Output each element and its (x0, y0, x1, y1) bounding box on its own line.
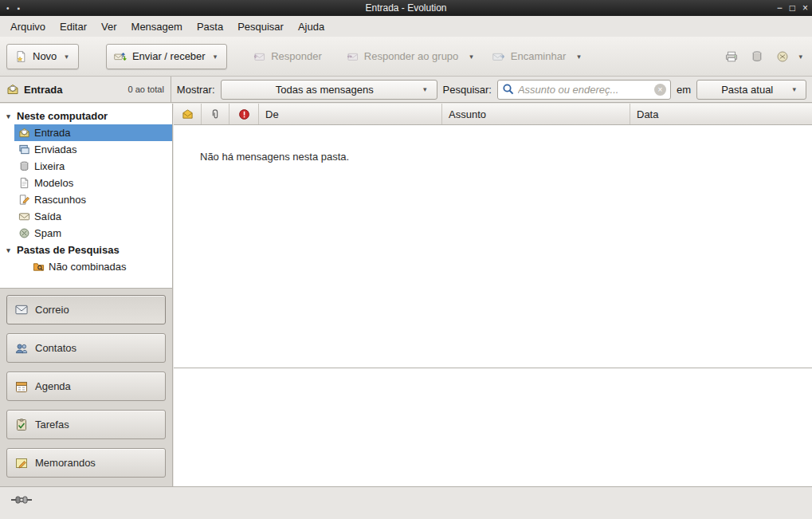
expander-icon[interactable]: ▾ (4, 112, 13, 120)
toolbar-overflow-icon[interactable]: ▾ (795, 47, 806, 66)
show-filter-dropdown-icon: ▾ (421, 85, 430, 93)
search-scope-dropdown[interactable]: Pasta atual ▾ (696, 80, 806, 100)
window-title: Entrada - Evolution (0, 0, 812, 16)
folder-spam-label: Spam (34, 227, 61, 239)
junk-button[interactable] (770, 45, 795, 68)
folder-enviadas-label: Enviadas (34, 144, 76, 155)
tree-group-computer[interactable]: ▾ Neste computador (0, 108, 172, 124)
menu-arquivo[interactable]: Arquivo (3, 18, 53, 36)
print-button[interactable] (719, 45, 744, 68)
reply-group-label: Responder ao grupo (364, 50, 459, 62)
folder-rascunhos[interactable]: Rascunhos (14, 191, 172, 208)
column-de[interactable]: De (259, 104, 442, 124)
send-receive-dropdown-icon[interactable]: ▾ (211, 53, 220, 61)
current-folder-name: Entrada (24, 84, 62, 96)
trash-icon (751, 50, 763, 63)
column-data[interactable]: Data (630, 104, 812, 124)
folder-lixeira-label: Lixeira (34, 160, 65, 172)
search-box: × (497, 80, 671, 100)
menu-ver[interactable]: Ver (94, 18, 124, 36)
reply-button-label: Responder (271, 50, 322, 62)
message-list[interactable]: Não há mensagens nesta pasta. (174, 125, 812, 368)
column-data-label: Data (637, 108, 658, 120)
calendar-icon (15, 380, 28, 393)
minimize-icon[interactable]: − (777, 0, 783, 16)
online-status-icon[interactable] (10, 494, 33, 508)
switcher-memorandos-label: Memorandos (35, 457, 96, 469)
menu-mensagem[interactable]: Mensagem (124, 18, 190, 36)
component-switcher: Correio Contatos Agenda Tarefas Memorand… (0, 288, 172, 486)
search-input[interactable] (518, 84, 651, 96)
column-assunto[interactable]: Assunto (442, 104, 630, 124)
new-mail-icon (14, 50, 27, 63)
tasks-icon (15, 419, 28, 431)
folder-tree: ▾ Neste computador Entrada Enviadas Lixe… (0, 104, 172, 288)
delete-button[interactable] (744, 45, 770, 68)
switcher-agenda-label: Agenda (35, 380, 71, 392)
column-assunto-label: Assunto (449, 108, 486, 120)
search-scope-value: Pasta atual (704, 84, 790, 96)
reply-group-dropdown-icon[interactable]: ▾ (466, 47, 477, 66)
search-folder-icon (32, 261, 45, 273)
tree-group-search-folders[interactable]: ▾ Pastas de Pesquisas (0, 242, 172, 258)
folder-nao-combinadas[interactable]: Não combinadas (29, 258, 172, 275)
scope-in-label: em (677, 84, 691, 96)
outbox-icon (18, 210, 30, 223)
send-receive-button[interactable]: Enviar / receber ▾ (106, 44, 227, 69)
tree-group-search-folders-label: Pastas de Pesquisas (17, 244, 120, 256)
column-status[interactable] (174, 104, 202, 124)
message-status-icon (181, 108, 194, 120)
folder-saida[interactable]: Saída (14, 208, 172, 225)
clear-search-icon[interactable]: × (654, 84, 666, 96)
show-filter-value: Todas as mensagens (229, 84, 421, 96)
close-icon[interactable]: × (802, 0, 808, 16)
reply-all-icon (346, 50, 359, 63)
trash-icon (18, 160, 30, 173)
menu-pasta[interactable]: Pasta (190, 18, 230, 36)
folder-lixeira[interactable]: Lixeira (14, 158, 172, 175)
search-icon[interactable] (502, 83, 515, 96)
new-dropdown-icon[interactable]: ▾ (62, 53, 71, 61)
forward-icon (492, 50, 505, 63)
menu-pesquisar[interactable]: Pesquisar (230, 18, 291, 36)
reply-button[interactable]: Responder (245, 44, 330, 69)
empty-folder-message: Não há mensagens nesta pasta. (200, 151, 349, 163)
forward-dropdown-icon[interactable]: ▾ (574, 47, 584, 66)
new-button[interactable]: Novo ▾ (6, 44, 79, 69)
maximize-icon[interactable]: □ (790, 0, 795, 16)
send-receive-icon (114, 50, 127, 63)
column-priority[interactable] (229, 104, 259, 124)
expander-icon[interactable]: ▾ (4, 246, 13, 254)
folder-modelos-label: Modelos (34, 177, 73, 189)
folder-entrada[interactable]: Entrada (14, 124, 172, 141)
switcher-contatos-label: Contatos (35, 342, 76, 354)
menu-ajuda[interactable]: Ajuda (291, 18, 331, 36)
statusbar (0, 486, 812, 519)
folder-nao-combinadas-label: Não combinadas (49, 261, 127, 273)
filter-row: Entrada 0 ao total Mostrar: Todas as men… (0, 77, 812, 103)
switcher-agenda[interactable]: Agenda (6, 372, 166, 401)
switcher-tarefas[interactable]: Tarefas (6, 410, 166, 439)
forward-button[interactable]: Encaminhar (484, 44, 574, 69)
switcher-memorandos[interactable]: Memorandos (6, 448, 166, 478)
folder-modelos[interactable]: Modelos (14, 175, 172, 191)
switcher-correio[interactable]: Correio (6, 295, 166, 324)
preview-pane[interactable] (174, 368, 812, 486)
column-attachment[interactable] (202, 104, 229, 124)
folder-spam[interactable]: Spam (14, 225, 172, 242)
column-de-label: De (265, 108, 279, 120)
show-filter-dropdown[interactable]: Todas as mensagens ▾ (221, 80, 437, 100)
folder-enviadas[interactable]: Enviadas (14, 141, 172, 158)
menu-editar[interactable]: Editar (53, 18, 94, 36)
reply-icon (253, 50, 265, 63)
message-pane: De Assunto Data Não há mensagens nesta p… (174, 104, 812, 486)
contacts-icon (15, 342, 28, 355)
memos-icon (15, 457, 28, 470)
sidebar: ▾ Neste computador Entrada Enviadas Lixe… (0, 104, 173, 486)
reply-group-button[interactable]: Responder ao grupo (338, 44, 467, 69)
search-label: Pesquisar: (443, 84, 492, 96)
toolbar: Novo ▾ Enviar / receber ▾ Responder Resp… (0, 37, 812, 77)
inbox-icon (6, 83, 19, 96)
switcher-contatos[interactable]: Contatos (6, 333, 166, 363)
send-receive-label: Enviar / receber (132, 50, 206, 62)
